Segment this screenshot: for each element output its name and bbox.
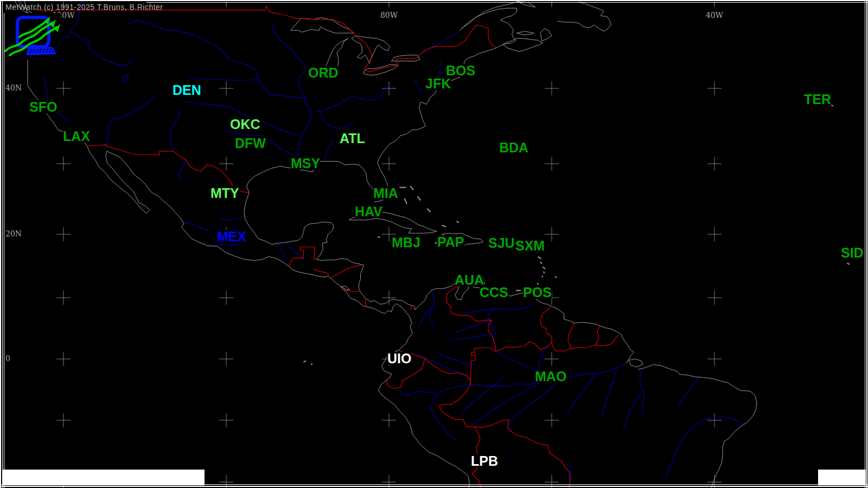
page-indicator-text: 31/31 — [835, 485, 868, 488]
station-label-MIA[interactable]: MIA — [373, 187, 398, 200]
window-border-top-outer — [0, 0, 868, 1]
rivers-layer — [30, 1, 743, 488]
station-label-HAV[interactable]: HAV — [355, 205, 382, 218]
timestamp-bar: MON 27.10.2025 12:00 UTC — [2, 470, 205, 485]
graticule-crosses — [56, 2, 722, 488]
station-label-MBJ[interactable]: MBJ — [392, 236, 420, 249]
page-indicator: 31/31 — [818, 470, 866, 485]
station-label-LAX[interactable]: LAX — [63, 130, 90, 143]
station-label-MAO[interactable]: MAO — [535, 370, 566, 383]
coastlines-layer — [15, 0, 757, 488]
timestamp-text: MON 27.10.2025 12:00 UTC — [22, 485, 215, 488]
station-label-ORD[interactable]: ORD — [308, 66, 339, 79]
station-label-LPB[interactable]: LPB — [471, 454, 498, 467]
station-label-SFO[interactable]: SFO — [29, 100, 57, 113]
metwatch-window: MetWatch (c) 1991-2025 T.Bruns, B.Richte… — [0, 0, 868, 488]
metwatch-logo — [4, 13, 61, 60]
grid-label-lon-40W: 40W — [705, 11, 724, 20]
station-label-ATL[interactable]: ATL — [340, 132, 365, 145]
window-border-left-outer — [0, 0, 1, 488]
grid-label-lon-80W: 80W — [380, 11, 398, 20]
window-border-left-mid — [2, 0, 3, 488]
map-canvas[interactable] — [0, 0, 868, 488]
station-label-SID[interactable]: SID — [841, 246, 864, 259]
window-border-top-inner — [146, 2, 868, 3]
window-border-right-inner — [865, 0, 865, 488]
station-label-OKC[interactable]: OKC — [230, 118, 260, 131]
grid-label-lat-40N: 40N — [5, 84, 22, 92]
window-border-left-inner — [4, 13, 4, 488]
app-title: MetWatch (c) 1991-2025 T.Bruns, B.Richte… — [5, 3, 163, 11]
station-label-CCS[interactable]: CCS — [480, 286, 508, 299]
station-label-DEN[interactable]: DEN — [173, 84, 201, 97]
grid-label-lat-20N: 20N — [5, 230, 22, 238]
station-label-DFW[interactable]: DFW — [235, 137, 266, 150]
station-label-UIO[interactable]: UIO — [387, 352, 411, 365]
station-label-BOS[interactable]: BOS — [446, 64, 475, 77]
station-label-SJU[interactable]: SJU — [488, 236, 515, 249]
window-border-right-outer — [866, 0, 867, 488]
station-label-TER[interactable]: TER — [804, 93, 831, 106]
station-label-BDA[interactable]: BDA — [499, 141, 528, 154]
station-label-MSY[interactable]: MSY — [291, 157, 320, 170]
station-label-JFK[interactable]: JFK — [425, 77, 451, 90]
small-islands-layer — [304, 99, 856, 364]
station-label-SXM[interactable]: SXM — [515, 239, 545, 252]
grid-label-lat-0: 0 — [5, 355, 11, 363]
station-label-POS[interactable]: POS — [523, 286, 552, 299]
station-label-PAP[interactable]: PAP — [437, 235, 464, 248]
station-label-MTY[interactable]: MTY — [210, 187, 239, 200]
station-label-MEX[interactable]: MEX — [217, 230, 246, 243]
